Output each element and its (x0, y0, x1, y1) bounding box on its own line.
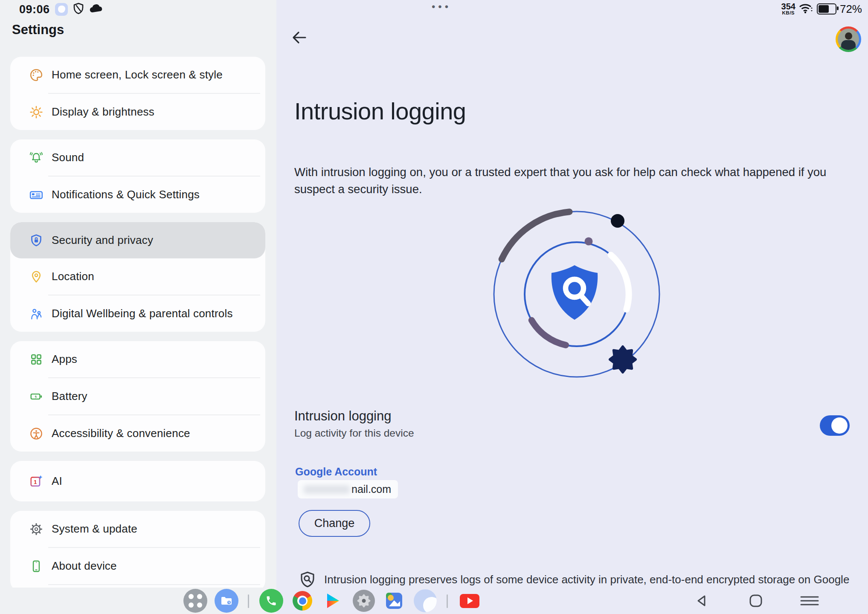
google-account-heading: Google Account (295, 466, 377, 478)
toggle-thumb (831, 417, 848, 434)
back-button[interactable] (289, 28, 308, 47)
sidebar-item-home-screen[interactable]: Home screen, Lock screen & style (10, 57, 265, 93)
account-avatar[interactable] (836, 26, 861, 52)
battery-nub (837, 6, 839, 10)
sidebar-item-label: Digital Wellbeing & parental controls (52, 307, 233, 320)
battery-icon (29, 389, 44, 404)
status-bar-left: 09:06 (19, 3, 103, 16)
sidebar-item-ai[interactable]: 1 AI (10, 461, 265, 501)
chrome-icon[interactable] (290, 588, 315, 613)
sidebar-cards: Home screen, Lock screen & style Display… (10, 57, 265, 601)
gallery-icon[interactable] (382, 588, 406, 613)
inner-orbit-white-arc (611, 255, 629, 310)
sidebar-item-label: Security and privacy (52, 234, 153, 247)
wellbeing-icon (29, 307, 44, 321)
page-title: Settings (12, 22, 64, 38)
detail-title: Intrusion logging (294, 97, 466, 125)
svg-text:1: 1 (34, 478, 37, 485)
screen: 09:06 Settings Home screen, Lock screen … (0, 0, 868, 614)
sidebar-item-label: Sound (52, 151, 84, 164)
status-time: 09:06 (19, 3, 50, 16)
vpn-shield-icon (73, 3, 84, 16)
dock (0, 588, 868, 614)
phone-icon (29, 559, 44, 573)
nav-back-button[interactable] (690, 588, 714, 613)
change-account-button[interactable]: Change (299, 510, 370, 537)
location-pin-icon (29, 269, 44, 284)
shield-search-glyph (552, 265, 598, 320)
network-speed: 354 KB/S (781, 2, 795, 16)
gear-glyph (610, 347, 636, 372)
sidebar-item-security-privacy[interactable]: Security and privacy (10, 222, 265, 258)
ai-icon: 1 (29, 474, 44, 489)
network-speed-unit: KB/S (782, 11, 795, 16)
sun-icon (29, 105, 44, 119)
sidebar-item-label: Location (52, 270, 94, 283)
accessibility-icon (29, 426, 44, 441)
sidebar-item-notifications[interactable]: Notifications & Quick Settings (10, 177, 265, 213)
youtube-icon[interactable] (457, 588, 482, 613)
sidebar-group-apps: Apps Battery Accessibility & convenience (10, 341, 265, 452)
dock-divider (248, 594, 249, 608)
outer-orbit-arc (502, 212, 569, 259)
settings-sidebar: 09:06 Settings Home screen, Lock screen … (0, 0, 276, 614)
bell-icon (29, 151, 44, 165)
sidebar-item-battery[interactable]: Battery (10, 378, 265, 414)
sidebar-item-label: About device (52, 559, 117, 573)
intrusion-logging-toggle[interactable] (820, 415, 850, 436)
sidebar-item-label: Notifications & Quick Settings (52, 188, 200, 201)
play-store-icon[interactable] (321, 588, 345, 613)
sidebar-item-label: AI (52, 475, 62, 488)
sidebar-item-label: System & update (52, 522, 137, 536)
sidebar-group-personalization: Home screen, Lock screen & style Display… (10, 57, 265, 130)
app-notification-icon (55, 3, 68, 16)
sidebar-group-ai: 1 AI (10, 461, 265, 501)
notification-card-icon (29, 188, 44, 202)
toggle-label: Intrusion logging (294, 408, 392, 424)
files-icon[interactable] (214, 588, 239, 613)
orbit-dot-purple (585, 237, 593, 246)
security-orbit-illustration (483, 200, 671, 390)
wifi-icon (799, 2, 813, 16)
battery-percent: 72% (840, 3, 862, 16)
sidebar-group-sound-notifications: Sound Notifications & Quick Settings (10, 139, 265, 213)
email-redacted-blur (304, 485, 350, 494)
sidebar-item-sound[interactable]: Sound (10, 139, 265, 176)
sidebar-group-system: System & update About device (10, 511, 265, 592)
cloud-icon (89, 4, 103, 15)
status-bar-right: 354 KB/S 72% (781, 2, 862, 16)
orbit-dot-dark (611, 214, 624, 228)
nav-recents-button[interactable] (797, 588, 822, 613)
gear-icon (29, 522, 44, 536)
sidebar-item-display[interactable]: Display & brightness (10, 94, 265, 130)
battery-fill (819, 5, 829, 13)
phone-app-icon[interactable] (259, 588, 284, 613)
sidebar-item-apps[interactable]: Apps (10, 341, 265, 377)
window-drag-handle[interactable]: ••• (422, 1, 461, 13)
sidebar-item-about-device[interactable]: About device (10, 548, 265, 584)
shield-lock-icon (29, 233, 44, 248)
palette-icon (29, 68, 44, 82)
apps-grid-icon (29, 352, 44, 367)
sidebar-item-label: Battery (52, 390, 87, 403)
intrusion-logging-pane: ••• Intrusion logging With intrusion log… (276, 0, 868, 614)
sidebar-item-digital-wellbeing[interactable]: Digital Wellbeing & parental controls (10, 295, 265, 332)
inner-orbit-purple-arc (531, 320, 566, 345)
app-drawer-icon[interactable] (183, 588, 208, 613)
account-email: nail.com (298, 480, 398, 498)
sidebar-item-accessibility[interactable]: Accessibility & convenience (10, 415, 265, 452)
toggle-sublabel: Log activity for this device (294, 427, 414, 439)
sidebar-item-label: Apps (52, 353, 77, 366)
detail-description: With intrusion logging on, you or a trus… (294, 164, 833, 198)
sidebar-item-label: Home screen, Lock screen & style (52, 68, 223, 81)
network-speed-value: 354 (781, 2, 795, 11)
avatar-photo (838, 29, 859, 50)
weather-icon[interactable] (413, 588, 438, 613)
sidebar-item-label: Accessibility & convenience (52, 427, 190, 440)
dock-divider (447, 594, 448, 608)
sidebar-item-system-update[interactable]: System & update (10, 511, 265, 547)
nav-home-button[interactable] (743, 588, 768, 613)
device-settings-icon[interactable] (351, 588, 376, 613)
sidebar-item-label: Display & brightness (52, 105, 154, 119)
sidebar-item-location[interactable]: Location (10, 258, 265, 295)
